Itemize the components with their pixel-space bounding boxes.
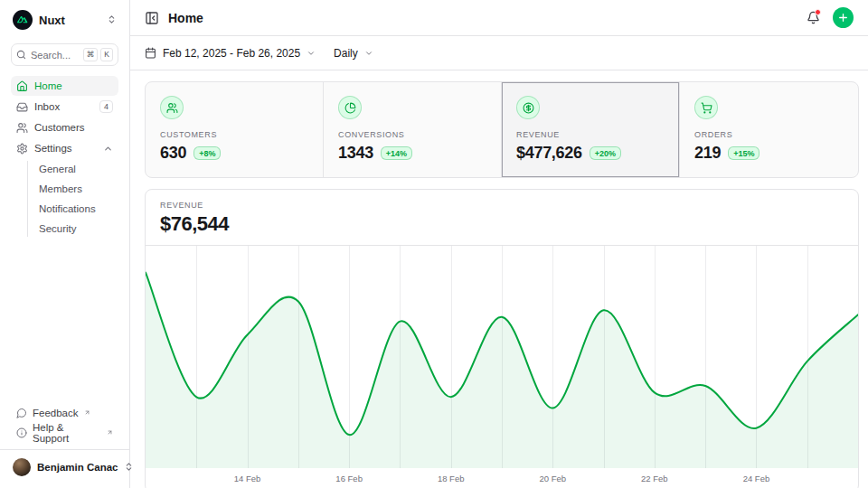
inbox-icon	[16, 101, 28, 113]
chart-header: REVENUE $76,544	[146, 190, 858, 246]
sidebar-item-label: Inbox	[34, 101, 60, 112]
notification-dot	[815, 9, 821, 15]
search-placeholder: Search...	[31, 50, 79, 61]
search-shortcut: ⌘K	[83, 48, 113, 61]
message-bubble-icon	[16, 408, 27, 418]
stat-value: 219	[694, 144, 721, 163]
stat-value: 630	[160, 144, 186, 163]
info-icon	[16, 427, 27, 438]
sidebar: Nuxt Search... ⌘K Home	[0, 0, 130, 488]
sidebar-item-inbox[interactable]: Inbox 4	[11, 97, 118, 117]
granularity-select[interactable]: Daily	[334, 47, 373, 60]
stat-value: $477,626	[516, 144, 582, 163]
x-axis-tick-label: 20 Feb	[539, 474, 566, 483]
external-link-icon	[84, 407, 90, 418]
topbar: Home	[130, 0, 868, 36]
stats-row: CUSTOMERS 630 +8% CONVERSIONS 1343 +14%	[145, 81, 859, 178]
stat-delta-badge: +8%	[193, 146, 221, 160]
shopping-cart-icon	[694, 96, 718, 119]
sidebar-footer: Feedback Help & Support	[11, 403, 118, 443]
stat-card-conversions[interactable]: CONVERSIONS 1343 +14%	[324, 82, 502, 177]
toolbar: Feb 12, 2025 - Feb 26, 2025 Daily	[130, 36, 868, 70]
sidebar-item-notifications[interactable]: Notifications	[33, 199, 118, 219]
x-axis-tick-label: 24 Feb	[743, 474, 770, 483]
revenue-chart-plot[interactable]	[146, 246, 858, 468]
user-avatar	[13, 458, 31, 476]
sidebar-item-home[interactable]: Home	[11, 76, 118, 96]
help-support-link[interactable]: Help & Support	[11, 423, 118, 443]
k-key: K	[100, 48, 113, 61]
meta-key: ⌘	[83, 48, 99, 61]
x-axis-tick-label: 16 Feb	[335, 474, 363, 483]
revenue-chart-svg	[146, 246, 858, 468]
stat-label: CONVERSIONS	[338, 130, 486, 139]
search-icon	[16, 50, 26, 60]
panel-left-icon	[145, 11, 159, 25]
stat-card-revenue[interactable]: REVENUE $477,626 +20%	[502, 82, 680, 177]
sidebar-item-label: Home	[34, 80, 62, 91]
x-axis-tick-label: 22 Feb	[641, 474, 668, 483]
stat-card-orders[interactable]: ORDERS 219 +15%	[680, 82, 858, 177]
date-range-label: Feb 12, 2025 - Feb 26, 2025	[163, 47, 300, 60]
users-icon	[16, 122, 28, 134]
users-icon	[160, 96, 184, 119]
calendar-icon	[145, 47, 156, 59]
x-axis-tick-label: 14 Feb	[234, 474, 261, 483]
sidebar-item-security[interactable]: Security	[33, 219, 118, 239]
date-range-picker[interactable]: Feb 12, 2025 - Feb 26, 2025	[145, 47, 316, 60]
external-link-icon	[107, 427, 113, 437]
stat-label: REVENUE	[516, 130, 665, 139]
main-area: Home Fe	[130, 0, 868, 488]
chevron-up-icon	[103, 144, 113, 154]
stat-delta-badge: +14%	[381, 146, 412, 160]
stat-label: ORDERS	[694, 130, 844, 139]
stat-delta-badge: +20%	[590, 146, 621, 160]
app-root: Nuxt Search... ⌘K Home	[0, 0, 868, 488]
sidebar-item-customers[interactable]: Customers	[11, 117, 118, 137]
feedback-label: Feedback	[33, 408, 79, 418]
nuxt-logo-icon	[13, 10, 33, 30]
inbox-count-badge: 4	[99, 100, 113, 113]
chevron-down-icon	[307, 49, 316, 58]
content: CUSTOMERS 630 +8% CONVERSIONS 1343 +14%	[130, 70, 868, 488]
stat-value: 1343	[338, 144, 373, 163]
chevron-down-icon	[364, 49, 373, 58]
stat-card-customers[interactable]: CUSTOMERS 630 +8%	[146, 82, 324, 177]
settings-subnav: General Members Notifications Security	[11, 159, 118, 239]
stat-delta-badge: +15%	[728, 146, 760, 160]
sidebar-item-members[interactable]: Members	[33, 179, 118, 199]
help-support-label: Help & Support	[33, 422, 101, 444]
chevron-up-down-icon	[107, 12, 117, 28]
revenue-area	[146, 273, 858, 468]
user-name: Benjamin Canac	[37, 462, 118, 473]
pie-chart-icon	[338, 96, 362, 119]
page-title: Home	[168, 11, 203, 25]
chart-label: REVENUE	[160, 201, 844, 210]
x-axis: 14 Feb16 Feb18 Feb20 Feb22 Feb24 Feb	[146, 468, 858, 488]
sidebar-item-general[interactable]: General	[33, 159, 118, 179]
gear-icon	[16, 143, 28, 155]
sidebar-item-label: Customers	[34, 122, 85, 133]
feedback-link[interactable]: Feedback	[11, 403, 118, 423]
plus-icon	[837, 12, 849, 23]
team-switcher[interactable]: Nuxt	[11, 9, 118, 31]
add-button[interactable]	[833, 7, 854, 28]
sidebar-divider	[0, 449, 129, 450]
sidebar-item-label: Settings	[34, 143, 72, 154]
notifications-button[interactable]	[807, 11, 820, 24]
revenue-chart-card: REVENUE $76,544 14 Feb16 Feb18 Feb20 Feb…	[145, 189, 859, 488]
search-input[interactable]: Search... ⌘K	[11, 43, 118, 66]
sidebar-nav: Home Inbox 4 Customers Settings	[11, 76, 118, 239]
chart-value: $76,544	[160, 212, 844, 236]
sidebar-item-settings[interactable]: Settings	[11, 138, 118, 158]
x-axis-tick-label: 18 Feb	[438, 474, 465, 483]
sidebar-toggle-button[interactable]	[145, 11, 159, 25]
home-icon	[16, 80, 28, 92]
stat-label: CUSTOMERS	[160, 130, 308, 139]
granularity-label: Daily	[334, 47, 358, 60]
team-name: Nuxt	[39, 14, 100, 27]
user-menu[interactable]: Benjamin Canac	[11, 454, 118, 481]
circle-dollar-icon	[516, 96, 540, 119]
